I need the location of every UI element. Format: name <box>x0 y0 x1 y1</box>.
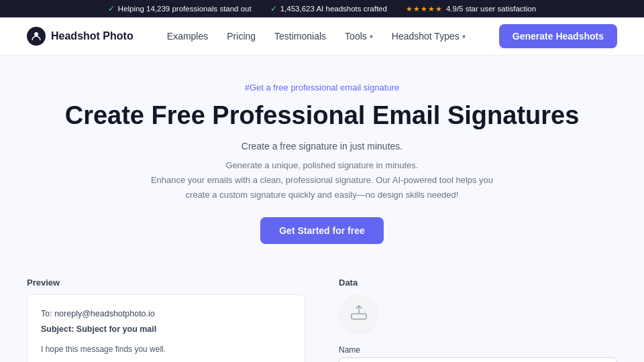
star-rating: ★★★★★ <box>406 5 443 13</box>
preview-panel: Preview To: noreply@headshotphoto.io Sub… <box>0 264 325 362</box>
generate-headshots-button[interactable]: Generate Headshots <box>499 24 617 48</box>
main-content: Preview To: noreply@headshotphoto.io Sub… <box>0 264 644 362</box>
check-icon-1: ✓ <box>108 4 115 13</box>
top-bar: ✓ Helping 14,239 professionals stand out… <box>0 0 644 17</box>
email-subject: Subject: Subject for you mail <box>41 322 291 337</box>
hero-section: #Get a free professional email signature… <box>0 56 644 264</box>
data-title: Data <box>339 278 617 288</box>
nav-link-examples[interactable]: Examples <box>167 31 208 42</box>
preview-title: Preview <box>27 278 305 288</box>
upload-icon <box>350 304 368 325</box>
tools-chevron-icon: ▾ <box>370 33 373 40</box>
email-greeting: I hope this message finds you well. <box>41 343 291 357</box>
nav-links: Examples Pricing Testimonials Tools ▾ He… <box>167 31 466 42</box>
nav-link-headshot-types[interactable]: Headshot Types ▾ <box>392 31 466 42</box>
subject-value: Subject for you mail <box>76 324 156 334</box>
topbar-item-2: ✓ 1,453,623 AI headshots crafted <box>270 4 387 13</box>
topbar-text-1: Helping 14,239 professionals stand out <box>118 5 252 13</box>
hero-description: Generate a unique, polished signature in… <box>148 158 496 202</box>
hero-subtitle: Create a free signature in just minutes. <box>13 141 631 152</box>
logo-text: Headshot Photo <box>51 30 133 42</box>
topbar-rating-text: 4.9/5 star user satisfaction <box>446 5 536 13</box>
svg-rect-1 <box>352 314 366 319</box>
hero-tag: #Get a free professional email signature <box>13 82 631 93</box>
nav-link-tools[interactable]: Tools ▾ <box>345 31 373 42</box>
logo-icon <box>27 27 46 46</box>
headshot-types-chevron-icon: ▾ <box>462 33 466 40</box>
to-value: noreply@headshotphoto.io <box>54 309 155 318</box>
email-to: To: noreply@headshotphoto.io <box>41 307 291 321</box>
navbar: Headshot Photo Examples Pricing Testimon… <box>0 17 644 56</box>
nav-link-testimonials[interactable]: Testimonials <box>274 31 326 42</box>
check-icon-2: ✓ <box>270 4 277 13</box>
photo-upload-button[interactable] <box>339 294 379 335</box>
nav-link-pricing[interactable]: Pricing <box>227 31 256 42</box>
topbar-text-2: 1,453,623 AI headshots crafted <box>280 5 387 13</box>
email-preview: To: noreply@headshotphoto.io Subject: Su… <box>27 294 305 362</box>
get-started-button[interactable]: Get Started for free <box>260 217 384 244</box>
to-label: To: <box>41 309 52 318</box>
logo[interactable]: Headshot Photo <box>27 27 133 46</box>
name-input[interactable] <box>339 357 617 362</box>
name-label: Name <box>339 345 617 355</box>
subject-label: Subject: <box>41 324 74 334</box>
hero-title: Create Free Professional Email Signature… <box>13 101 631 131</box>
logo-svg <box>31 31 42 42</box>
data-panel: Data Name Position Phone number Email <box>325 264 644 362</box>
svg-point-0 <box>34 32 38 36</box>
topbar-item-3: ★★★★★ 4.9/5 star user satisfaction <box>406 5 536 13</box>
name-field-group: Name <box>339 345 617 362</box>
topbar-item-1: ✓ Helping 14,239 professionals stand out <box>108 4 252 13</box>
